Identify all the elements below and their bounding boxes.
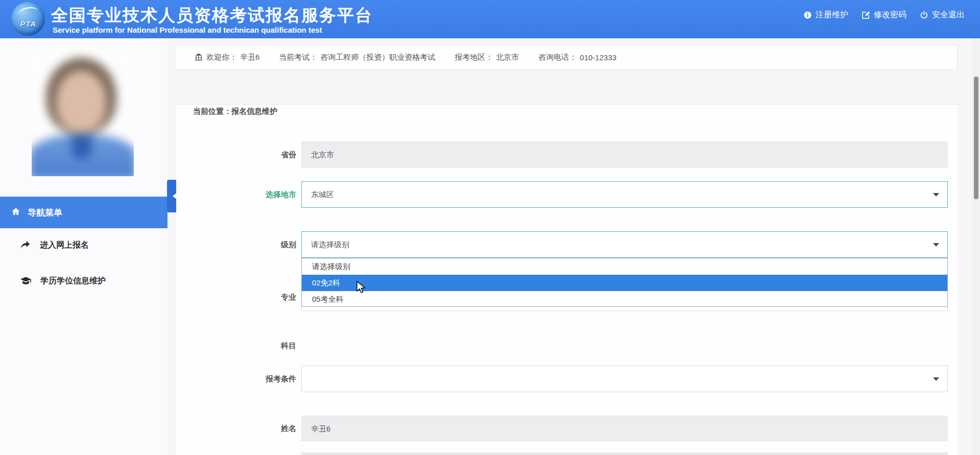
hotline-value: 010-12333 [580,53,616,62]
level-select[interactable]: 请选择级别 [301,231,948,258]
register-maintain-label: 注册维护 [816,10,848,20]
province-label: 省份 [194,150,296,160]
enter-arrow-icon [20,241,31,250]
safe-logout-link[interactable]: 安全退出 [920,10,965,20]
register-maintain-link[interactable]: 注册维护 [803,10,848,20]
name-value: 辛丑6 [311,424,330,433]
sidebar-item-education-info[interactable]: 学历学位信息维护 [0,272,168,290]
condition-label: 报考条件 [194,374,296,384]
scrollbar-thumb[interactable] [974,77,978,199]
chevron-down-icon [933,377,939,381]
hotline: 咨询电话：010-12333 [538,53,616,62]
sidebar-item-label: 进入网上报名 [40,240,89,251]
user-photo [32,49,134,176]
pta-logo-icon: PTA [11,2,45,36]
city-label: 选择地市 [194,189,296,200]
level-option-exempt2[interactable]: 02免2科 [302,275,947,291]
info-icon [803,11,812,19]
major-label: 专业 [194,292,296,302]
next-field-peek [301,452,948,455]
exam-region-label: 报考地区： [455,53,493,62]
level-option-full[interactable]: 05考全科 [302,291,947,307]
app-subtitle: Service platform for National Profession… [53,26,322,34]
current-exam-label: 当前考试： [279,53,317,62]
welcome-bar: 欢迎你：辛丑6 当前考试：咨询工程师（投资）职业资格考试 报考地区：北京市 咨询… [176,45,958,70]
subject-label: 科目 [194,341,296,351]
city-value: 东城区 [311,190,334,199]
home-icon [11,207,20,219]
bank-icon [194,53,203,63]
province-field: 北京市 [301,141,948,167]
edit-icon [862,11,870,19]
condition-select[interactable] [301,366,948,392]
welcome-username: 辛丑6 [240,53,259,62]
province-value: 北京市 [311,150,334,159]
graduation-cap-icon [20,276,31,285]
safe-logout-label: 安全退出 [932,10,965,20]
header-links: 注册维护 修改密码 安全退出 [803,0,965,30]
level-value: 请选择级别 [311,240,349,249]
change-password-link[interactable]: 修改密码 [862,10,906,20]
chevron-down-icon [933,243,939,247]
app-header: PTA 全国专业技术人员资格考试报名服务平台 Service platform … [0,0,980,38]
app-title: 全国专业技术人员资格考试报名服务平台 [51,4,373,27]
change-password-label: 修改密码 [874,10,906,20]
welcome-label: 欢迎你： [206,53,237,62]
nav-menu-header: 导航菜单 [0,197,168,228]
page: PTA 全国专业技术人员资格考试报名服务平台 Service platform … [0,0,980,455]
user-photo-blur [32,49,134,176]
welcome-user: 欢迎你：辛丑6 [194,53,259,63]
power-icon [920,11,928,19]
current-exam: 当前考试：咨询工程师（投资）职业资格考试 [279,53,435,62]
breadcrumb: 当前位置：报名信息维护 [193,107,277,116]
logo-swoosh [17,5,39,20]
sidebar-item-enter-registration[interactable]: 进入网上报名 [0,236,168,254]
sidebar: 导航菜单 进入网上报名 学历学位信息维护 [0,38,169,455]
name-field: 辛丑6 [301,416,948,441]
nav-menu-title: 导航菜单 [28,207,62,219]
level-label: 级别 [194,240,296,250]
mouse-cursor-icon [356,281,368,296]
hotline-label: 咨询电话： [538,53,577,62]
current-exam-value: 咨询工程师（投资）职业资格考试 [320,53,435,62]
exam-region: 报考地区：北京市 [455,53,519,62]
sidebar-item-label: 学历学位信息维护 [40,276,106,286]
exam-region-value: 北京市 [496,53,519,62]
chevron-down-icon [933,193,939,197]
logo-text: PTA [11,19,45,28]
name-label: 姓名 [194,423,296,434]
level-option-placeholder[interactable]: 请选择级别 [302,258,947,275]
city-select[interactable]: 东城区 [301,181,948,208]
level-dropdown-list: 请选择级别 02免2科 05考全科 [301,258,948,307]
